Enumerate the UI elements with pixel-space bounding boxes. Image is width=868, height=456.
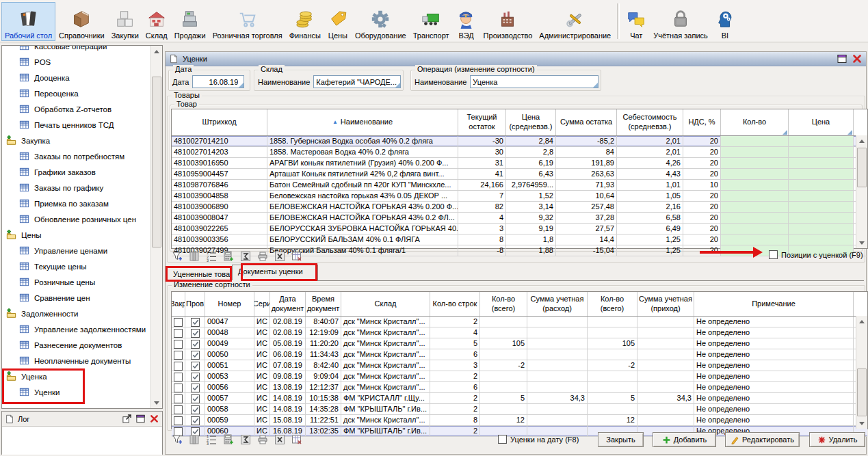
checked-checkbox[interactable] [191, 384, 200, 392]
column-header[interactable]: Сери [254, 292, 270, 316]
table-row[interactable]: 00059ИС15.08.1911:22:51дск "Минск Криста… [172, 415, 867, 426]
column-header[interactable]: Склад [341, 292, 430, 316]
table-tool-calculator-button[interactable] [222, 433, 235, 446]
table-row[interactable]: 00056ИС13.08.1912:12:37дск "Минск Криста… [172, 382, 867, 393]
toolbar-item-references[interactable]: Справочники [55, 2, 108, 41]
table-row[interactable]: 4810039004858Беловежская настойка горька… [172, 191, 867, 202]
column-header[interactable]: Сумма остатка [556, 109, 617, 135]
table-row[interactable]: 48100270142101858. Губернская Водка особ… [172, 136, 867, 147]
scroll-up-button[interactable] [856, 316, 867, 327]
column-header[interactable]: Себестоимость (средневзв.) [617, 109, 683, 135]
sidebar-item-entry[interactable]: Управление задолженностями [2, 321, 150, 337]
positions-checkbox-row[interactable]: Позиции с уценкой (F9) [769, 250, 863, 259]
checked-checkbox[interactable] [191, 405, 200, 414]
sidebar-item-folder[interactable]: Задолженности [2, 306, 150, 321]
scroll-thumb[interactable] [857, 148, 867, 187]
scroll-down-button[interactable] [151, 397, 162, 408]
column-header[interactable]: Дата документ [270, 292, 306, 316]
sidebar-item-entry[interactable]: Переоценка [2, 85, 150, 101]
sidebar-item-folder[interactable]: Цены [2, 227, 150, 243]
sidebar-item-entry[interactable]: Заказы по потребностям [2, 148, 150, 164]
unchecked-checkbox[interactable] [174, 340, 183, 349]
table-tool-filter-button[interactable] [171, 250, 183, 263]
popout-icon[interactable] [122, 414, 132, 424]
maximize-icon[interactable] [135, 414, 146, 424]
table-row[interactable]: 4810039003356БЕЛОРУССКИЙ БАЛЬЗАМ 40% 0.1… [172, 234, 867, 245]
sidebar-item-entry[interactable]: Текущие цены [2, 258, 150, 274]
warehouse-input[interactable] [314, 76, 400, 88]
sidebar-item-entry[interactable]: Уценки [2, 384, 150, 400]
table-row[interactable]: 00050ИС06.08.1911:34:43дск "Минск Криста… [172, 349, 867, 360]
column-header[interactable]: Кол-во [721, 109, 789, 135]
column-header[interactable]: Цена [789, 109, 854, 135]
toolbar-item-production[interactable]: Производство [480, 2, 536, 41]
scroll-thumb[interactable] [857, 368, 867, 416]
unchecked-checkbox[interactable] [174, 329, 183, 338]
column-header[interactable]: Кол-во строк [430, 292, 480, 316]
table-tool-table-delete-button[interactable] [291, 250, 303, 263]
table-tool-numbered-list-button[interactable]: 123 [205, 250, 218, 263]
table-tool-excel-button[interactable] [274, 250, 286, 263]
toolbar-item-desktop[interactable]: Рабочий стол [1, 2, 55, 41]
table-row[interactable]: 00048ИС02.08.1912:19:09дск "Минск Криста… [172, 327, 867, 338]
table-row[interactable]: 00057ИС14.08.1910:15:38ФМ "КРИСТАЛЛ" г.Щ… [172, 393, 867, 404]
table-tool-numbered-list-button[interactable]: 123 [205, 433, 218, 446]
date-filter-checkbox[interactable] [498, 435, 507, 444]
sidebar-item-entry[interactable]: Дооценка [2, 70, 150, 85]
sidebar-scrollbar[interactable] [150, 46, 162, 408]
toolbar-item-prices[interactable]: Цены [324, 2, 352, 41]
column-header[interactable]: ▲Наименование [267, 109, 458, 135]
checked-checkbox[interactable] [191, 351, 200, 360]
operation-input[interactable] [471, 76, 598, 88]
sidebar-item-entry[interactable]: Заказы по графику [2, 180, 150, 196]
checked-checkbox[interactable] [191, 340, 200, 349]
unchecked-checkbox[interactable] [174, 405, 183, 414]
table-row[interactable]: 4810039008047БЕЛОВЕЖСКАЯ НАСТОЙКА ГОРЬКА… [172, 213, 867, 224]
table-row[interactable]: 00051ИС07.08.198:42:40дск "Минск Кристал… [172, 360, 867, 371]
checked-checkbox[interactable] [191, 373, 200, 381]
column-header[interactable]: Закр [172, 292, 185, 316]
column-header[interactable]: Кол-во (всего) [480, 292, 527, 316]
toolbar-item-warehouse[interactable]: Склад [142, 2, 171, 41]
sidebar-item-entry[interactable]: Разнесение документов [2, 337, 150, 353]
toolbar-item-account[interactable]: Учётная запись [650, 2, 711, 41]
close-icon[interactable] [852, 53, 863, 64]
sidebar-item-entry[interactable]: Кассовые операции [2, 45, 150, 54]
column-header[interactable]: Сумма учетная (приход) [637, 292, 694, 316]
edit-button[interactable]: Редактировать [725, 432, 800, 447]
sidebar-item-entry[interactable]: Розничные цены [2, 274, 150, 290]
column-header[interactable]: Штрихкод [172, 109, 267, 135]
table-tool-excel-button[interactable] [274, 433, 286, 446]
unchecked-checkbox[interactable] [174, 416, 183, 425]
checked-checkbox[interactable] [191, 416, 200, 425]
scroll-up-button[interactable] [856, 135, 867, 146]
positions-checkbox[interactable] [769, 250, 778, 259]
close-icon[interactable] [149, 414, 159, 424]
table-row[interactable]: 4810987076846Батон Семейный сдобный пп 4… [172, 180, 867, 191]
toolbar-item-finance[interactable]: Финансы [286, 2, 324, 41]
toolbar-item-purchases[interactable]: Закупки [108, 2, 142, 41]
unchecked-checkbox[interactable] [174, 351, 183, 360]
table-scrollbar[interactable] [856, 135, 867, 248]
column-header[interactable]: Время документ [306, 292, 341, 316]
column-header[interactable]: Примечание [694, 292, 854, 316]
sidebar-item-entry[interactable]: Обработка Z-отчетов [2, 101, 150, 117]
sidebar-item-entry[interactable]: Обновление розничных цен [2, 211, 150, 227]
toolbar-item-transport[interactable]: Транспорт [410, 2, 453, 41]
maximize-icon[interactable] [837, 53, 847, 64]
scroll-down-button[interactable] [856, 418, 867, 429]
table-tool-columns-button[interactable] [188, 250, 200, 263]
table-row[interactable]: 00058ИС14.08.1914:35:28ФМ "КРЫШТАЛЬ" г.И… [172, 404, 867, 415]
table-row[interactable]: 00053ИС09.08.199:09:04дск "Минск Кристал… [172, 371, 867, 382]
table-row[interactable]: 00047ИС02.08.198:40:07дск "Минск Кристал… [172, 317, 867, 327]
sidebar-item-entry[interactable]: Неоплаченные документы [2, 353, 150, 368]
sidebar-item-entry[interactable]: Управление ценами [2, 243, 150, 258]
sidebar-item-folder[interactable]: Уценка [2, 368, 150, 384]
table-tool-printer-button[interactable] [257, 433, 269, 446]
toolbar-item-administration[interactable]: Администрирование [536, 2, 614, 41]
toolbar-item-equipment[interactable]: Оборудование [352, 2, 410, 41]
checked-checkbox[interactable] [191, 362, 200, 371]
column-header[interactable]: Текущий остаток [458, 109, 506, 135]
add-button[interactable]: Добавить [653, 432, 716, 447]
sidebar-item-entry[interactable]: Печать ценников ТСД [2, 117, 150, 133]
